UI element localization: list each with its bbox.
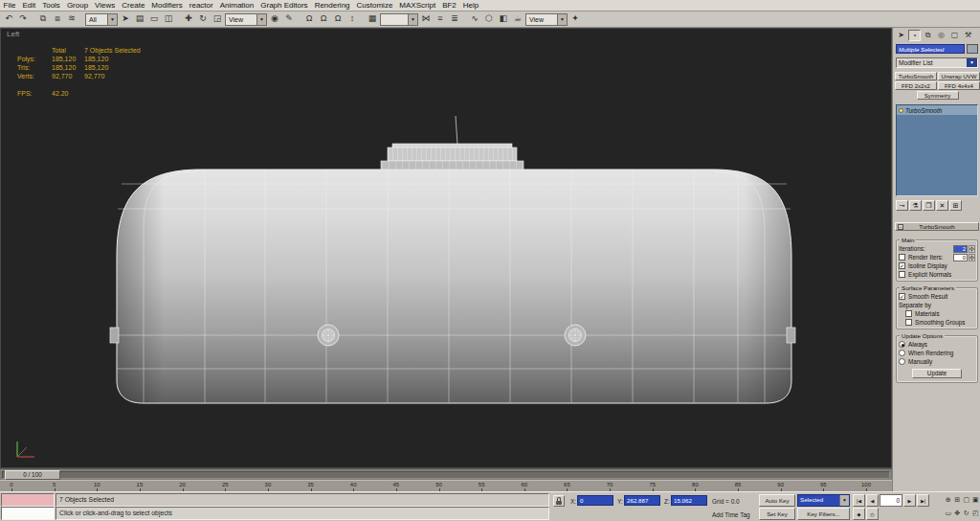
modifier-list-dropdown[interactable]: Modifier List ▼ xyxy=(896,57,978,68)
dropdown-arrow-icon[interactable]: ▼ xyxy=(256,14,266,25)
smoothing-groups-checkbox[interactable] xyxy=(905,319,912,326)
rollout-header-turbosmooth[interactable]: − TurboSmooth xyxy=(895,222,979,231)
selection-filter-dropdown[interactable]: All▼ xyxy=(85,13,118,26)
menu-maxscript[interactable]: MAXScript xyxy=(396,0,439,11)
min-max-toggle-icon[interactable]: ◰ xyxy=(971,507,980,520)
manually-radio[interactable] xyxy=(899,358,905,365)
next-frame-button[interactable]: ▶ xyxy=(903,494,916,507)
update-button[interactable]: Update xyxy=(912,369,962,378)
window-crossing-icon[interactable]: ◫ xyxy=(162,12,175,26)
keying-selection-set-dropdown[interactable]: Selected ▼ xyxy=(797,494,850,507)
layer-manager-icon[interactable]: ≣ xyxy=(448,12,461,26)
arc-rotate-icon[interactable]: ↻ xyxy=(962,507,971,520)
object-color-swatch[interactable] xyxy=(967,44,978,54)
use-pivot-center-icon[interactable]: ◉ xyxy=(268,12,281,26)
modifier-button-unwrap-uvw[interactable]: Unwrap UVW xyxy=(938,72,980,80)
select-object-icon[interactable]: ➤ xyxy=(119,12,132,26)
unlink-selection-icon[interactable]: ⧈ xyxy=(51,12,64,26)
undo-icon[interactable]: ↶ xyxy=(2,12,15,26)
mirror-icon[interactable]: ⋈ xyxy=(419,12,433,26)
menu-edit[interactable]: Edit xyxy=(19,0,39,11)
modifier-stack[interactable]: TurboSmooth xyxy=(896,104,978,196)
explicit-normals-checkbox[interactable] xyxy=(899,271,905,278)
menu-graph-editors[interactable]: Graph Editors xyxy=(257,0,311,11)
menu-create[interactable]: Create xyxy=(119,0,148,11)
go-to-end-button[interactable]: ▶| xyxy=(917,494,929,507)
menu-help[interactable]: Help xyxy=(459,0,481,11)
iterations-spinner[interactable]: 2 ▴▾ xyxy=(953,245,975,253)
reference-coordinate-dropdown[interactable]: View▼ xyxy=(225,13,267,26)
pan-icon[interactable]: ✥ xyxy=(953,507,963,520)
field-of-view-icon[interactable]: ▭ xyxy=(944,507,953,520)
dropdown-arrow-icon[interactable]: ▼ xyxy=(839,495,849,506)
render-iters-value[interactable]: 0 xyxy=(953,254,968,261)
x-coordinate-field[interactable]: 0 xyxy=(577,495,613,506)
viewport-left[interactable]: Left Total 7 Objects Selected Polys: 185… xyxy=(0,28,892,468)
dropdown-arrow-icon[interactable]: ▼ xyxy=(408,14,417,25)
key-mode-toggle-button[interactable]: ◆ xyxy=(853,508,865,520)
menu-modifiers[interactable]: Modifiers xyxy=(148,0,186,11)
time-slider-track[interactable] xyxy=(2,471,890,479)
select-move-icon[interactable]: ✚ xyxy=(182,12,195,26)
angle-snap-icon[interactable]: Ω xyxy=(317,12,330,26)
isoline-display-checkbox[interactable]: ✓ xyxy=(899,262,905,269)
menu-customize[interactable]: Customize xyxy=(353,0,396,11)
named-selection-dropdown[interactable]: ▼ xyxy=(380,13,418,26)
remove-modifier-button[interactable]: ✕ xyxy=(936,200,948,211)
material-editor-icon[interactable]: ◧ xyxy=(497,12,510,26)
modifier-button-ffd-4x4x4[interactable]: FFD 4x4x4 xyxy=(938,81,980,90)
panel-tab-hierarchy[interactable]: ⧉ xyxy=(922,30,934,41)
redo-icon[interactable]: ↷ xyxy=(16,12,30,26)
select-manipulate-icon[interactable]: ✎ xyxy=(282,12,296,26)
spinner-snap-icon[interactable]: ↕ xyxy=(345,12,359,26)
previous-frame-button[interactable]: ◀ xyxy=(866,494,879,507)
selection-lock-toggle[interactable] xyxy=(553,495,565,507)
spinner-arrows-icon[interactable]: ▴▾ xyxy=(969,245,975,253)
collapse-icon[interactable]: − xyxy=(898,224,903,230)
frame-field[interactable]: 0 xyxy=(880,494,902,507)
iterations-value[interactable]: 2 xyxy=(953,245,968,253)
render-iters-checkbox[interactable] xyxy=(899,254,905,260)
panel-tab-modify[interactable]: ◔ xyxy=(908,30,921,41)
menu-file[interactable]: File xyxy=(0,0,19,11)
show-end-result-button[interactable]: ⚗ xyxy=(909,200,922,211)
modifier-enabled-icon[interactable] xyxy=(899,108,903,113)
zoom-icon[interactable]: ⊕ xyxy=(944,493,953,507)
add-time-tag[interactable]: Add Time Tag xyxy=(712,511,750,518)
select-by-name-icon[interactable]: ▤ xyxy=(133,12,146,26)
select-scale-icon[interactable]: ◲ xyxy=(211,12,224,26)
maxscript-mini-listener[interactable] xyxy=(1,507,55,520)
dropdown-arrow-icon[interactable]: ▼ xyxy=(967,58,977,67)
set-key-button[interactable]: Set Key xyxy=(759,508,795,520)
spinner-arrows-icon[interactable]: ▴▾ xyxy=(969,254,975,261)
menu-tools[interactable]: Tools xyxy=(39,0,64,11)
panel-tab-utilities[interactable]: ⚒ xyxy=(962,30,974,41)
tank-model[interactable] xyxy=(0,28,892,468)
modifier-stack-item[interactable]: TurboSmooth xyxy=(897,105,977,115)
time-configuration-button[interactable]: ◴ xyxy=(866,508,879,520)
when-rendering-radio[interactable] xyxy=(899,350,905,356)
render-iters-spinner[interactable]: 0 ▴▾ xyxy=(953,254,975,261)
z-coordinate-field[interactable]: 15.062 xyxy=(671,495,707,506)
zoom-all-icon[interactable]: ⊞ xyxy=(953,493,963,507)
menu-animation[interactable]: Animation xyxy=(216,0,257,11)
dropdown-arrow-icon[interactable]: ▼ xyxy=(557,14,567,25)
go-to-start-button[interactable]: |◀ xyxy=(853,494,865,507)
zoom-extents-all-icon[interactable]: ▣ xyxy=(971,493,980,507)
menu-views[interactable]: Views xyxy=(92,0,119,11)
make-unique-button[interactable]: ❐ xyxy=(923,200,935,211)
schematic-view-icon[interactable]: ⬡ xyxy=(482,12,496,26)
time-slider[interactable]: 0 / 100 xyxy=(0,468,892,480)
modifier-button-turbosmooth[interactable]: TurboSmooth xyxy=(895,72,937,80)
object-name-field[interactable]: Multiple Selected xyxy=(896,44,965,54)
menu-group[interactable]: Group xyxy=(63,0,91,11)
bind-to-space-warp-icon[interactable]: ≋ xyxy=(65,12,78,26)
materials-checkbox[interactable] xyxy=(905,310,912,317)
quick-render-icon[interactable]: ✦ xyxy=(568,12,582,26)
snaps-toggle-icon[interactable]: Ω xyxy=(302,12,316,26)
select-rotate-icon[interactable]: ↻ xyxy=(196,12,210,26)
panel-tab-motion[interactable]: ◎ xyxy=(935,30,947,41)
render-scene-icon[interactable]: ☕ xyxy=(511,12,524,26)
named-selection-sets-icon[interactable]: ▦ xyxy=(366,12,379,26)
menu-reactor[interactable]: reactor xyxy=(186,0,216,11)
